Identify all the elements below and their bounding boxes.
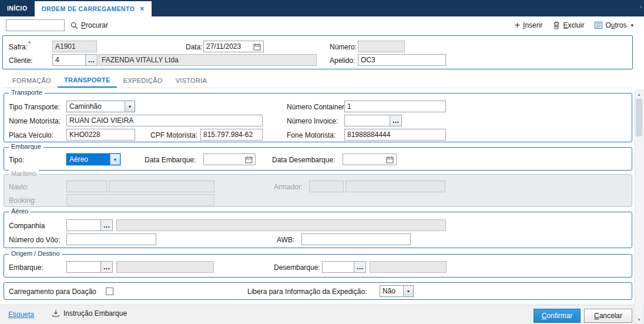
cliente-code-field[interactable]: 4: [52, 54, 86, 66]
aereo-group: Aéreo Companhia … Número do Vôo: AWB:: [4, 212, 632, 248]
chevron-down-icon[interactable]: ▼: [125, 101, 135, 112]
cliente-label: Cliente:: [9, 55, 33, 66]
options-panel: Carregamento para Doação Libera para Inf…: [4, 282, 632, 300]
placa-veiculo-field[interactable]: KHO0228: [66, 129, 135, 141]
confirmar-button[interactable]: Confirmar: [534, 309, 581, 323]
data-embarque-field[interactable]: [203, 153, 256, 165]
data-desembarque-field[interactable]: [343, 153, 397, 165]
booking-label: Booking:: [9, 195, 36, 206]
transporte-legend: Transporte: [9, 89, 45, 96]
cpf-motorista-label: CPF Motorista:: [150, 129, 197, 141]
tipo-embarque-select[interactable]: Aéreo ▼: [66, 153, 120, 165]
desembarque-name-field: [370, 261, 447, 273]
tab-formacao[interactable]: FORMAÇÃO: [6, 73, 58, 88]
desembarque-code-field[interactable]: [322, 261, 354, 273]
apelido-label: Apelido:: [330, 55, 355, 66]
nome-motorista-field[interactable]: RUAN CAIO VIEIRA: [66, 115, 263, 126]
tipo-transporte-label: Tipo Transporte:: [9, 101, 60, 113]
plus-icon: +: [515, 21, 520, 29]
numero-field[interactable]: [358, 41, 405, 52]
companhia-lookup-button[interactable]: …: [100, 219, 113, 231]
companhia-code-field[interactable]: [66, 219, 101, 231]
chevron-down-icon[interactable]: ▼: [110, 154, 120, 165]
booking-field: [66, 194, 214, 206]
record-header-panel: Safra:* A1901 Data: 27/11/2023 Número:* …: [2, 35, 633, 69]
safra-label: Safra:*: [9, 41, 31, 53]
embarque-legend: Embarque: [9, 143, 43, 150]
armador-code-field: [309, 181, 344, 192]
awb-field[interactable]: [301, 233, 411, 245]
companhia-name-field: [116, 219, 446, 231]
embarque-group: Embarque Tipo: Aéreo ▼ Data Embarque: Da…: [4, 147, 632, 171]
origem-embarque-lookup-button[interactable]: …: [100, 261, 113, 273]
chevron-down-icon[interactable]: ▾: [630, 22, 633, 28]
data-field[interactable]: 27/11/2023: [203, 41, 264, 52]
calendar-icon[interactable]: [245, 156, 253, 163]
tab-inicio[interactable]: INÍCIO: [0, 0, 35, 16]
numero-voo-field[interactable]: [66, 233, 156, 245]
numero-container-field[interactable]: 1: [344, 101, 446, 112]
etiqueta-link[interactable]: Etiqueta: [8, 310, 34, 319]
scroll-up-icon[interactable]: ▲: [635, 90, 643, 98]
maritimo-legend: Marítimo: [9, 170, 39, 177]
doacao-label: Carregamento para Doação: [9, 286, 96, 298]
companhia-label: Companhia: [9, 220, 45, 232]
close-tab-icon[interactable]: ×: [140, 5, 144, 13]
tipo-embarque-label: Tipo:: [9, 154, 24, 166]
excluir-button[interactable]: Excluir: [553, 21, 584, 29]
trash-icon: [553, 21, 560, 29]
tab-expedicao[interactable]: EXPEDIÇÃO: [117, 73, 169, 88]
awb-label: AWB:: [277, 234, 294, 246]
data-embarque-label: Data Embarque:: [145, 154, 196, 166]
libera-expedicao-select[interactable]: Não ▼: [380, 285, 414, 297]
origem-destino-legend: Origem / Destino: [9, 250, 62, 257]
armador-label: Armador:: [274, 181, 303, 193]
tab-overflow-icon[interactable]: ▾: [639, 4, 642, 10]
download-icon: [52, 309, 60, 318]
scrollbar-thumb[interactable]: [636, 99, 642, 136]
chevron-down-icon[interactable]: ▼: [403, 286, 413, 296]
ordem-de-carregamento-window: INÍCIO ORDEM DE CARREGAMENTO × Procurar …: [0, 0, 644, 324]
doacao-checkbox[interactable]: [106, 288, 113, 295]
instrucao-embarque-button[interactable]: Instrução Embarque: [52, 309, 127, 318]
origem-embarque-code-field[interactable]: [66, 261, 101, 273]
numero-invoice-label: Número Invoice:: [287, 115, 338, 127]
nome-motorista-label: Nome Motorista:: [9, 115, 61, 127]
cliente-lookup-button[interactable]: …: [85, 54, 98, 66]
search-input[interactable]: [6, 19, 65, 31]
numero-voo-label: Número do Vôo:: [9, 234, 60, 246]
invoice-lookup-button[interactable]: …: [390, 115, 402, 126]
fone-motorista-label: Fone Motorista:: [287, 129, 336, 141]
vertical-scrollbar[interactable]: ▲ ▼: [635, 89, 643, 324]
cancelar-button[interactable]: Cancelar: [584, 309, 632, 323]
cliente-name-field[interactable]: FAZENDA VITALLY Ltda: [99, 54, 317, 66]
scroll-down-icon[interactable]: ▼: [635, 315, 643, 323]
numero-invoice-field[interactable]: [344, 115, 390, 126]
toolbar: Procurar + Inserir Excluir Outros ▾: [0, 16, 644, 34]
tipo-transporte-select[interactable]: Caminhão ▼: [66, 101, 135, 112]
inserir-button[interactable]: + Inserir: [515, 21, 543, 29]
navio-label: Navio:: [9, 181, 29, 193]
origem-embarque-name-field: [116, 261, 214, 273]
cpf-motorista-field[interactable]: 815.797.984-62: [200, 129, 263, 141]
numero-container-label: Número Container:: [287, 101, 346, 113]
origem-destino-group: Origem / Destino Embarque: … Desembarque…: [4, 254, 632, 278]
desembarque-lookup-button[interactable]: …: [354, 261, 366, 273]
calendar-icon[interactable]: [253, 43, 261, 51]
origem-embarque-label: Embarque:: [9, 262, 43, 273]
fone-motorista-field[interactable]: 81988884444: [344, 129, 446, 141]
tab-vistoria[interactable]: VISTORIA: [169, 73, 214, 88]
placa-veiculo-label: Placa Veículo:: [9, 129, 53, 141]
navio-name-field: [109, 181, 214, 192]
tab-ordem-de-carregamento[interactable]: ORDEM DE CARREGAMENTO ×: [35, 1, 152, 16]
required-marker: *: [28, 41, 31, 46]
apelido-field[interactable]: OC3: [358, 54, 446, 66]
data-desembarque-label: Data Desembarque:: [272, 154, 335, 166]
procurar-button[interactable]: Procurar: [71, 19, 108, 31]
calendar-icon[interactable]: [386, 156, 394, 163]
tab-transporte[interactable]: TRANSPORTE: [58, 73, 117, 88]
outros-button[interactable]: Outros ▾: [595, 21, 633, 29]
libera-expedicao-label: Libera para Informação da Expedição:: [247, 286, 367, 298]
safra-field[interactable]: A1901: [52, 41, 97, 52]
maritimo-group: Marítimo Navio: Armador: Booking:: [4, 174, 632, 207]
